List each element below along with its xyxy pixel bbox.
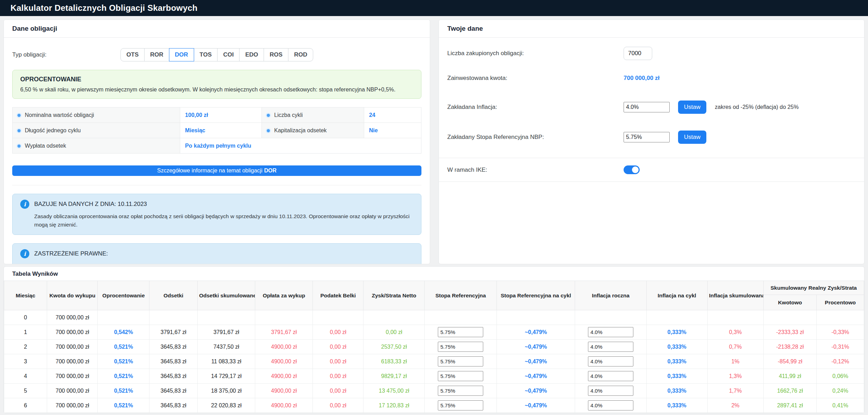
result-cell: 0,3% xyxy=(707,325,763,340)
column-header: Odsetki skumulowane xyxy=(198,281,255,310)
result-cell: 4900,00 zł xyxy=(255,369,313,384)
result-cell: 11 083,33 zł xyxy=(198,354,255,369)
info-icon xyxy=(20,200,29,209)
result-cell: 700 000,00 zł xyxy=(47,310,98,325)
inflacja-roczna-input[interactable] xyxy=(588,371,633,381)
result-cell: 0,333% xyxy=(646,340,707,354)
result-row: 4700 000,00 zł0,521%3645,83 zł14 729,17 … xyxy=(4,369,864,384)
result-cell: 0,00 zł xyxy=(313,340,363,354)
inflacja-roczna-input[interactable] xyxy=(588,342,633,352)
result-cell: 0,333% xyxy=(646,354,707,369)
stopa-referencyjna-input[interactable] xyxy=(438,356,483,366)
result-cell: 700 000,00 zł xyxy=(47,398,98,413)
inflacja-roczna-input[interactable] xyxy=(588,386,633,396)
inflacja-roczna-input[interactable] xyxy=(588,400,633,410)
result-cell xyxy=(575,398,646,413)
result-cell: 700 000,00 zł xyxy=(47,340,98,354)
bond-details-body: Nominalna wartość obligacji100,00 złLicz… xyxy=(13,108,421,154)
result-cell: 0,00 zł xyxy=(313,398,363,413)
stopa-referencyjna-input[interactable] xyxy=(438,327,483,337)
column-header: Inflacja na cykl xyxy=(646,281,707,310)
result-cell: 4900,00 zł xyxy=(255,340,313,354)
result-cell: 700 000,00 zł xyxy=(47,325,98,340)
result-cell: -0,12% xyxy=(817,354,864,369)
bond-details-button[interactable]: Szczegółowe informacje na temat obligacj… xyxy=(12,165,421,176)
inflation-input[interactable] xyxy=(624,102,670,112)
legal-notice: ZASTRZEŻENIE PRAWNE: Niniejszy serwis an… xyxy=(12,243,421,264)
bond-details-button-text: Szczegółowe informacje na temat obligacj… xyxy=(157,168,262,173)
column-header: Inflacja roczna xyxy=(575,281,646,310)
result-cell: -0,31% xyxy=(817,340,864,354)
bond-type-rod[interactable]: ROD xyxy=(288,48,313,61)
stopa-referencyjna-input[interactable] xyxy=(438,371,483,381)
result-cell: ~0,479% xyxy=(497,325,575,340)
result-cell: 3645,83 zł xyxy=(149,340,198,354)
ref-rate-label: Zakładany Stopa Referencyjna NBP: xyxy=(447,134,624,141)
result-cell: 0,333% xyxy=(646,384,707,398)
column-subheader: Kwotowo xyxy=(763,295,817,310)
bond-type-group: OTSRORDORTOSCOIEDOROSROD xyxy=(120,48,313,61)
ike-toggle[interactable] xyxy=(624,165,640,174)
result-cell xyxy=(575,369,646,384)
result-cell: 0,06% xyxy=(817,369,864,384)
result-cell: 6 xyxy=(4,398,47,413)
result-cell: 3791,67 zł xyxy=(255,325,313,340)
result-cell xyxy=(425,310,497,325)
bond-type-ror[interactable]: ROR xyxy=(144,48,169,61)
result-cell: 0,00 zł xyxy=(313,384,363,398)
stopa-referencyjna-input[interactable] xyxy=(438,386,483,396)
bond-panel-title: Dane obligacji xyxy=(4,20,430,38)
result-cell xyxy=(149,310,198,325)
invested-label: Zainwestowana kwota: xyxy=(447,75,624,82)
result-cell: 0,333% xyxy=(646,325,707,340)
result-cell: 4900,00 zł xyxy=(255,384,313,398)
inflacja-roczna-input[interactable] xyxy=(588,356,633,366)
result-cell: 4 xyxy=(4,369,47,384)
bullet-icon xyxy=(267,129,270,132)
inflation-set-button[interactable]: Ustaw xyxy=(678,101,706,114)
results-title: Tabela Wyników xyxy=(4,267,864,281)
result-cell: 2897,41 zł xyxy=(763,398,817,413)
bond-type-ots[interactable]: OTS xyxy=(120,48,145,61)
result-cell: 4900,00 zł xyxy=(255,354,313,369)
user-data-panel: Twoje dane Liczba zakupionych obligacji:… xyxy=(439,20,865,264)
stopa-referencyjna-input[interactable] xyxy=(438,342,483,352)
divider xyxy=(439,181,864,182)
result-cell: 0,521% xyxy=(98,398,149,413)
bond-type-coi[interactable]: COI xyxy=(217,48,240,61)
result-cell: ~0,479% xyxy=(497,398,575,413)
result-cell: 0 xyxy=(4,310,47,325)
result-cell: 0,00 zł xyxy=(313,325,363,340)
app-title: Kalkulator Detalicznych Obligacji Skarbo… xyxy=(10,3,198,13)
result-cell: ~0,479% xyxy=(497,369,575,384)
bullet-icon xyxy=(17,129,21,132)
column-header: Kwota do wykupu xyxy=(47,281,98,310)
column-header: Zysk/Strata Netto xyxy=(363,281,425,310)
user-panel-title: Twoje dane xyxy=(439,20,864,38)
result-cell: 3 xyxy=(4,354,47,369)
bond-data-panel: Dane obligacji Typ obligacji: OTSRORDORT… xyxy=(3,20,430,264)
result-cell: 2537,50 zł xyxy=(363,340,425,354)
bond-type-row: Typ obligacji: OTSRORDORTOSCOIEDOROSROD xyxy=(12,48,421,61)
bond-type-tos[interactable]: TOS xyxy=(194,48,218,61)
result-cell: 700 000,00 zł xyxy=(47,384,98,398)
ref-rate-input[interactable] xyxy=(624,132,670,142)
result-cell: 0,333% xyxy=(646,398,707,413)
result-cell xyxy=(198,310,255,325)
result-cell: 0,41% xyxy=(817,398,864,413)
result-cell xyxy=(255,310,313,325)
result-cell: 0,521% xyxy=(98,384,149,398)
bond-type-dor[interactable]: DOR xyxy=(169,48,194,61)
bond-detail-label: Kapitalizacja odsetek xyxy=(262,123,364,138)
bond-type-ros[interactable]: ROS xyxy=(264,48,288,61)
info-icon xyxy=(20,249,29,258)
bond-type-edo[interactable]: EDO xyxy=(239,48,264,61)
ref-rate-set-button[interactable]: Ustaw xyxy=(678,131,706,144)
data-date-notice: BAZUJE NA DANYCH Z DNIA: 10.11.2023 Zasa… xyxy=(12,194,421,235)
stopa-referencyjna-input[interactable] xyxy=(438,400,483,410)
result-cell: 1,7% xyxy=(707,384,763,398)
result-cell: 0,00 zł xyxy=(313,369,363,384)
inflacja-roczna-input[interactable] xyxy=(588,327,633,337)
inflation-label: Zakładana Inflacja: xyxy=(447,104,624,111)
bonds-count-input[interactable] xyxy=(624,47,652,60)
